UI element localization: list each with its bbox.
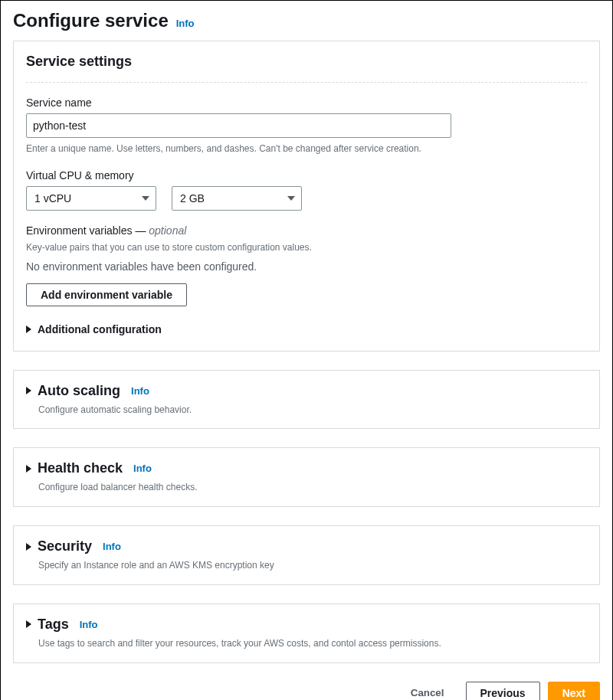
previous-button[interactable]: Previous (466, 682, 540, 700)
env-vars-empty: No environment variables have been confi… (26, 260, 587, 273)
vcpu-select[interactable]: 1 vCPU (26, 186, 156, 211)
memory-value: 2 GB (180, 192, 205, 204)
page-header: Configure service Info (13, 10, 600, 31)
cancel-button[interactable]: Cancel (397, 682, 458, 700)
cpu-memory-field: Virtual CPU & memory 1 vCPU 2 GB (26, 169, 587, 211)
tags-info-link[interactable]: Info (80, 619, 98, 630)
tags-panel: Tags Info Use tags to search and filter … (13, 604, 600, 663)
auto-scaling-title: Auto scaling (38, 383, 120, 399)
auto-scaling-panel: Auto scaling Info Configure automatic sc… (13, 370, 600, 430)
health-check-title: Health check (38, 460, 123, 476)
add-env-var-button[interactable]: Add environment variable (26, 283, 187, 306)
health-check-panel: Health check Info Configure load balance… (13, 447, 600, 507)
memory-select[interactable]: 2 GB (172, 186, 302, 211)
security-panel: Security Info Specify an Instance role a… (13, 525, 600, 585)
auto-scaling-toggle[interactable]: Auto scaling Info (26, 383, 587, 399)
health-check-desc: Configure load balancer health checks. (38, 481, 587, 494)
service-name-label: Service name (26, 96, 587, 109)
next-button[interactable]: Next (548, 682, 600, 700)
chevron-right-icon (26, 325, 31, 333)
tags-toggle[interactable]: Tags Info (26, 617, 587, 633)
env-vars-helper: Key-value pairs that you can use to stor… (26, 241, 587, 254)
service-settings-title: Service settings (26, 54, 587, 70)
additional-config-label: Additional configuration (38, 323, 162, 335)
security-title: Security (38, 538, 92, 554)
page-info-link[interactable]: Info (176, 18, 195, 29)
cpu-memory-label: Virtual CPU & memory (26, 169, 587, 182)
panel-divider (26, 82, 587, 83)
vcpu-value: 1 vCPU (34, 192, 71, 204)
service-settings-panel: Service settings Service name Enter a un… (13, 41, 600, 352)
security-desc: Specify an Instance role and an AWS KMS … (38, 559, 587, 572)
optional-label: optional (149, 224, 186, 237)
service-name-input[interactable] (26, 113, 451, 138)
page-title: Configure service (13, 10, 169, 31)
chevron-right-icon (26, 543, 31, 551)
caret-down-icon (287, 196, 295, 201)
additional-config-toggle[interactable]: Additional configuration (26, 323, 587, 335)
env-vars-field: Environment variables — optional Key-val… (26, 224, 587, 306)
health-check-toggle[interactable]: Health check Info (26, 460, 587, 476)
auto-scaling-desc: Configure automatic scaling behavior. (38, 404, 587, 417)
tags-desc: Use tags to search and filter your resou… (38, 637, 587, 650)
env-vars-label: Environment variables — optional (26, 224, 587, 237)
security-info-link[interactable]: Info (103, 541, 121, 552)
auto-scaling-info-link[interactable]: Info (131, 385, 149, 397)
chevron-right-icon (26, 465, 31, 473)
footer-actions: Cancel Previous Next (13, 682, 600, 700)
tags-title: Tags (38, 617, 69, 633)
security-toggle[interactable]: Security Info (26, 538, 587, 554)
health-check-info-link[interactable]: Info (133, 463, 152, 474)
service-name-field: Service name Enter a unique name. Use le… (26, 96, 587, 155)
chevron-right-icon (26, 620, 31, 628)
chevron-right-icon (26, 387, 31, 394)
caret-down-icon (142, 196, 149, 201)
service-name-helper: Enter a unique name. Use letters, number… (26, 142, 587, 155)
